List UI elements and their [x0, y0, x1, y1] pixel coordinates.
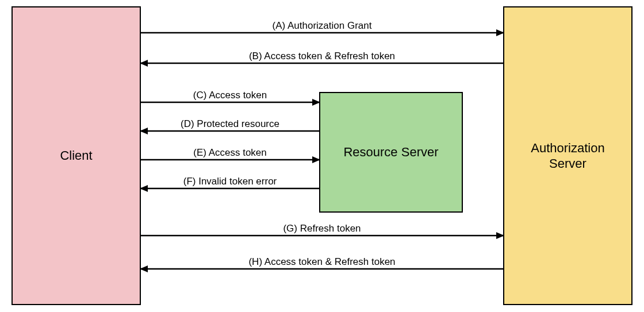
label-a: (A) Authorization Grant: [141, 20, 503, 32]
label-f: (F) Invalid token error: [141, 176, 319, 187]
label-d: (D) Protected resource: [141, 118, 319, 130]
label-e: (E) Access token: [141, 147, 319, 159]
label-b: (B) Access token & Refresh token: [141, 51, 503, 62]
label-c: (C) Access token: [141, 90, 319, 101]
label-g: (G) Refresh token: [141, 223, 503, 234]
label-h: (H) Access token & Refresh token: [141, 256, 503, 268]
oauth-refresh-flow-diagram: Client Resource Server Authorization Ser…: [0, 0, 644, 312]
